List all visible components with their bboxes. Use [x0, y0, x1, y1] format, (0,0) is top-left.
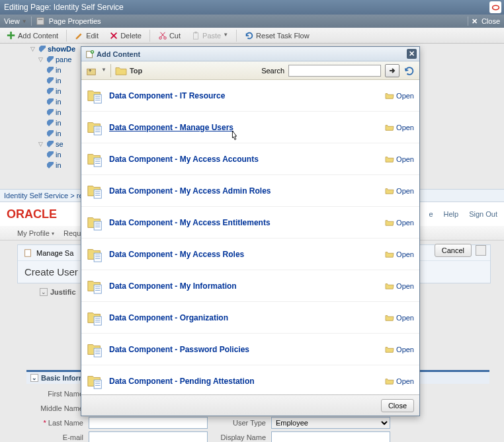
breadcrumb-link[interactable]: Identity Self Service: [4, 192, 68, 200]
component-row[interactable]: Data Component - My Access AccountsOpen: [81, 143, 419, 175]
tag-icon: [46, 129, 54, 137]
component-list[interactable]: Data Component - IT ResourceOpenData Com…: [81, 80, 419, 394]
edit-button[interactable]: Edit: [71, 30, 103, 42]
view-menu[interactable]: View ▼: [4, 17, 27, 25]
component-row[interactable]: Data Component - My Access RolesOpen: [81, 239, 419, 270]
tag-icon: [46, 108, 54, 116]
component-name[interactable]: Data Component - My Information: [109, 281, 237, 291]
component-name[interactable]: Data Component - Password Policies: [109, 345, 249, 354]
folder-open-icon: [385, 377, 394, 385]
open-link[interactable]: Open: [385, 250, 414, 258]
tree-node[interactable]: ▽se: [30, 139, 85, 149]
tree-node[interactable]: in: [30, 149, 85, 160]
tree-node[interactable]: in: [30, 160, 85, 170]
open-link[interactable]: Open: [385, 314, 414, 322]
page-properties-button[interactable]: Page Properties: [49, 17, 101, 25]
justification-collapse[interactable]: ⌄ Justific: [40, 288, 76, 296]
component-row[interactable]: Data Component - Manage UsersOpen: [81, 112, 419, 143]
tree-node[interactable]: in: [30, 86, 85, 96]
component-name[interactable]: Data Component - My Access Accounts: [109, 155, 259, 164]
open-link[interactable]: Open: [385, 377, 414, 385]
component-name[interactable]: Data Component - My Access Admin Roles: [109, 186, 271, 196]
tree-node[interactable]: in: [30, 107, 85, 118]
add-content-button[interactable]: Add Content: [3, 30, 62, 42]
component-name[interactable]: Data Component - Organization: [109, 313, 228, 322]
dialog-close-button[interactable]: ✕: [407, 49, 417, 59]
open-link[interactable]: Open: [385, 155, 414, 163]
search-input[interactable]: [288, 65, 381, 77]
editing-prefix: Editing Page:: [4, 3, 51, 12]
tree-node[interactable]: in: [30, 128, 85, 139]
my-profile-menu[interactable]: My Profile ▾: [17, 229, 54, 237]
oracle-wordmark: ORACLE: [7, 207, 57, 221]
open-link[interactable]: Open: [385, 282, 414, 290]
svg-point-5: [159, 36, 162, 39]
open-link[interactable]: Open: [385, 187, 414, 195]
dialog-close-footer-button[interactable]: Close: [381, 399, 414, 412]
requests-menu[interactable]: Requ: [63, 229, 81, 237]
sign-out-link[interactable]: Sign Out: [469, 210, 497, 218]
folder-open-icon: [385, 219, 394, 227]
svg-point-0: [492, 5, 499, 10]
email-label: E-mail: [30, 433, 83, 441]
delete-button[interactable]: Delete: [105, 30, 146, 42]
tree-node-root[interactable]: ▽showDe: [30, 44, 85, 54]
refresh-icon[interactable]: [403, 65, 415, 77]
component-row[interactable]: Data Component - My Access EntitlementsO…: [81, 207, 419, 239]
close-editor-button[interactable]: Close: [482, 17, 500, 25]
user-type-select[interactable]: Employee: [271, 417, 390, 429]
display-name-field[interactable]: [271, 431, 390, 442]
tree-node[interactable]: ▽pane: [30, 54, 85, 65]
up-folder-icon[interactable]: [85, 65, 97, 77]
tag-icon: [46, 151, 54, 159]
page-title: Identity Self Service: [54, 3, 124, 12]
search-go-button[interactable]: [385, 64, 399, 77]
tree-node[interactable]: in: [30, 96, 85, 107]
scroll-up-icon[interactable]: [476, 245, 486, 256]
svg-rect-21: [94, 158, 101, 166]
component-row[interactable]: Data Component - My InformationOpen: [81, 270, 419, 302]
document-icon: [23, 248, 32, 258]
help-link[interactable]: Help: [444, 210, 459, 218]
component-tree: ▽showDe ▽pane in in in in in in in ▽se i…: [0, 44, 85, 189]
open-link[interactable]: Open: [385, 219, 414, 227]
folder-open-icon: [385, 282, 394, 290]
folder-icon: [115, 65, 127, 76]
tree-node[interactable]: in: [30, 75, 85, 86]
cut-button[interactable]: Cut: [154, 30, 185, 42]
history-dropdown[interactable]: ▼: [101, 67, 106, 73]
paste-button[interactable]: Paste ▼: [187, 30, 232, 42]
arrow-right-icon: [388, 67, 396, 75]
header-link[interactable]: e: [429, 210, 433, 218]
component-row[interactable]: Data Component - Pending AttestationOpen: [81, 365, 419, 394]
tag-icon: [46, 119, 54, 127]
folder-document-icon: [87, 246, 104, 263]
tree-node[interactable]: in: [30, 118, 85, 128]
cancel-button[interactable]: Cancel: [435, 244, 472, 257]
breadcrumb-top[interactable]: Top: [115, 65, 142, 76]
component-name[interactable]: Data Component - My Access Entitlements: [109, 218, 271, 227]
reset-task-flow-button[interactable]: Reset Task Flow: [241, 30, 314, 42]
tree-node[interactable]: in: [30, 65, 85, 75]
component-name[interactable]: Data Component - Pending Attestation: [109, 377, 255, 386]
plus-icon: [7, 31, 16, 40]
open-link[interactable]: Open: [385, 92, 414, 100]
open-link[interactable]: Open: [385, 124, 414, 131]
panel-tab[interactable]: Manage Sa: [36, 249, 73, 257]
email-field[interactable]: [89, 431, 208, 442]
last-name-field[interactable]: [89, 417, 208, 429]
open-link[interactable]: Open: [385, 346, 414, 353]
component-row[interactable]: Data Component - IT ResourceOpen: [81, 80, 419, 112]
component-name[interactable]: Data Component - My Access Roles: [109, 250, 244, 259]
folder-document-icon: [87, 309, 104, 326]
search-label: Search: [261, 67, 284, 75]
component-row[interactable]: Data Component - OrganizationOpen: [81, 302, 419, 334]
svg-rect-4: [7, 34, 15, 36]
component-name[interactable]: Data Component - IT Resource: [109, 91, 225, 100]
component-row[interactable]: Data Component - My Access Admin RolesOp…: [81, 175, 419, 207]
folder-document-icon: [87, 87, 104, 104]
component-name[interactable]: Data Component - Manage Users: [109, 123, 233, 132]
component-row[interactable]: Data Component - Password PoliciesOpen: [81, 334, 419, 365]
svg-rect-2: [38, 19, 42, 20]
dialog-title: Add Content: [97, 50, 140, 58]
